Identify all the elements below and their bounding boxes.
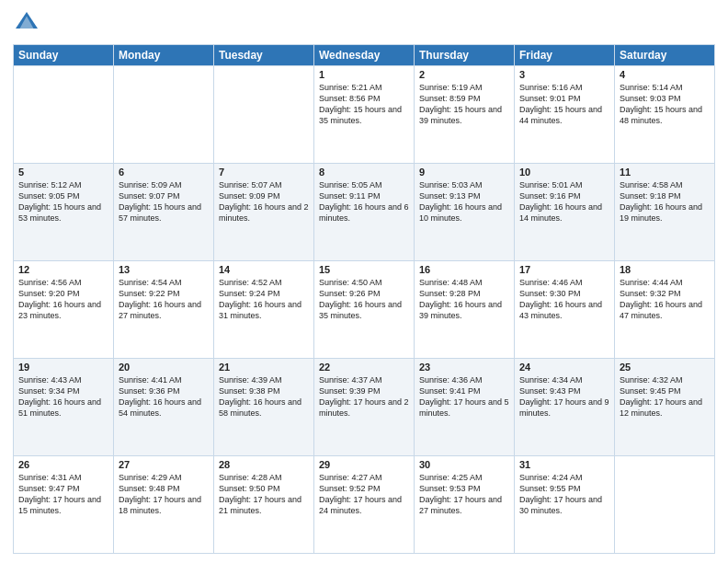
col-header-thursday: Thursday: [415, 45, 515, 66]
day-number: 3: [519, 69, 609, 80]
day-cell-10: 10Sunrise: 5:01 AM Sunset: 9:16 PM Dayli…: [515, 164, 615, 261]
day-cell-22: 22Sunrise: 4:37 AM Sunset: 9:39 PM Dayli…: [314, 359, 415, 456]
day-info: Sunrise: 4:28 AM Sunset: 9:50 PM Dayligh…: [219, 472, 309, 517]
day-info: Sunrise: 4:29 AM Sunset: 9:48 PM Dayligh…: [119, 472, 209, 517]
day-cell-9: 9Sunrise: 5:03 AM Sunset: 9:13 PM Daylig…: [415, 164, 515, 261]
day-cell-23: 23Sunrise: 4:36 AM Sunset: 9:41 PM Dayli…: [415, 359, 515, 456]
day-info: Sunrise: 5:09 AM Sunset: 9:07 PM Dayligh…: [119, 179, 209, 224]
day-number: 9: [419, 167, 509, 178]
day-info: Sunrise: 5:03 AM Sunset: 9:13 PM Dayligh…: [419, 179, 509, 224]
day-cell-7: 7Sunrise: 5:07 AM Sunset: 9:09 PM Daylig…: [214, 164, 314, 261]
day-info: Sunrise: 4:50 AM Sunset: 9:26 PM Dayligh…: [319, 277, 409, 322]
day-number: 16: [419, 264, 509, 275]
day-info: Sunrise: 4:27 AM Sunset: 9:52 PM Dayligh…: [319, 472, 409, 517]
day-number: 13: [119, 264, 209, 275]
col-header-monday: Monday: [114, 45, 214, 66]
page: SundayMondayTuesdayWednesdayThursdayFrid…: [0, 0, 728, 563]
day-info: Sunrise: 4:36 AM Sunset: 9:41 PM Dayligh…: [419, 374, 509, 419]
day-info: Sunrise: 5:14 AM Sunset: 9:03 PM Dayligh…: [620, 82, 710, 127]
header-row: SundayMondayTuesdayWednesdayThursdayFrid…: [14, 45, 715, 66]
empty-cell: [114, 66, 214, 164]
week-row-3: 12Sunrise: 4:56 AM Sunset: 9:20 PM Dayli…: [14, 261, 715, 359]
col-header-sunday: Sunday: [14, 45, 114, 66]
day-cell-26: 26Sunrise: 4:31 AM Sunset: 9:47 PM Dayli…: [14, 456, 114, 554]
logo: [13, 9, 44, 37]
day-number: 8: [319, 167, 409, 178]
day-info: Sunrise: 4:39 AM Sunset: 9:38 PM Dayligh…: [219, 374, 309, 419]
day-info: Sunrise: 4:46 AM Sunset: 9:30 PM Dayligh…: [519, 277, 609, 322]
day-info: Sunrise: 4:34 AM Sunset: 9:43 PM Dayligh…: [519, 374, 609, 419]
day-info: Sunrise: 4:37 AM Sunset: 9:39 PM Dayligh…: [319, 374, 409, 419]
empty-cell: [214, 66, 314, 164]
empty-cell: [14, 66, 114, 164]
calendar-table: SundayMondayTuesdayWednesdayThursdayFrid…: [13, 44, 715, 554]
day-number: 30: [419, 459, 509, 470]
day-info: Sunrise: 4:44 AM Sunset: 9:32 PM Dayligh…: [620, 277, 710, 322]
day-info: Sunrise: 5:16 AM Sunset: 9:01 PM Dayligh…: [519, 82, 609, 127]
day-info: Sunrise: 5:05 AM Sunset: 9:11 PM Dayligh…: [319, 179, 409, 224]
day-number: 12: [18, 264, 108, 275]
day-cell-3: 3Sunrise: 5:16 AM Sunset: 9:01 PM Daylig…: [515, 66, 615, 164]
day-cell-28: 28Sunrise: 4:28 AM Sunset: 9:50 PM Dayli…: [214, 456, 314, 554]
day-number: 31: [519, 459, 609, 470]
day-cell-17: 17Sunrise: 4:46 AM Sunset: 9:30 PM Dayli…: [515, 261, 615, 359]
day-info: Sunrise: 4:58 AM Sunset: 9:18 PM Dayligh…: [620, 179, 710, 224]
day-cell-4: 4Sunrise: 5:14 AM Sunset: 9:03 PM Daylig…: [615, 66, 715, 164]
day-cell-1: 1Sunrise: 5:21 AM Sunset: 8:56 PM Daylig…: [314, 66, 415, 164]
day-info: Sunrise: 5:21 AM Sunset: 8:56 PM Dayligh…: [319, 82, 409, 127]
day-number: 23: [419, 362, 509, 373]
day-cell-19: 19Sunrise: 4:43 AM Sunset: 9:34 PM Dayli…: [14, 359, 114, 456]
day-cell-29: 29Sunrise: 4:27 AM Sunset: 9:52 PM Dayli…: [314, 456, 415, 554]
day-info: Sunrise: 4:24 AM Sunset: 9:55 PM Dayligh…: [519, 472, 609, 517]
day-number: 27: [119, 459, 209, 470]
day-cell-12: 12Sunrise: 4:56 AM Sunset: 9:20 PM Dayli…: [14, 261, 114, 359]
day-cell-30: 30Sunrise: 4:25 AM Sunset: 9:53 PM Dayli…: [415, 456, 515, 554]
col-header-tuesday: Tuesday: [214, 45, 314, 66]
day-cell-20: 20Sunrise: 4:41 AM Sunset: 9:36 PM Dayli…: [114, 359, 214, 456]
day-number: 18: [620, 264, 710, 275]
day-cell-25: 25Sunrise: 4:32 AM Sunset: 9:45 PM Dayli…: [615, 359, 715, 456]
day-cell-2: 2Sunrise: 5:19 AM Sunset: 8:59 PM Daylig…: [415, 66, 515, 164]
day-info: Sunrise: 5:12 AM Sunset: 9:05 PM Dayligh…: [18, 179, 108, 224]
day-cell-31: 31Sunrise: 4:24 AM Sunset: 9:55 PM Dayli…: [515, 456, 615, 554]
day-number: 22: [319, 362, 409, 373]
day-number: 10: [519, 167, 609, 178]
day-info: Sunrise: 5:07 AM Sunset: 9:09 PM Dayligh…: [219, 179, 309, 224]
day-number: 15: [319, 264, 409, 275]
day-number: 7: [219, 167, 309, 178]
col-header-saturday: Saturday: [615, 45, 715, 66]
day-number: 5: [18, 167, 108, 178]
day-number: 29: [319, 459, 409, 470]
day-info: Sunrise: 5:19 AM Sunset: 8:59 PM Dayligh…: [419, 82, 509, 127]
day-number: 17: [519, 264, 609, 275]
day-cell-16: 16Sunrise: 4:48 AM Sunset: 9:28 PM Dayli…: [415, 261, 515, 359]
day-cell-8: 8Sunrise: 5:05 AM Sunset: 9:11 PM Daylig…: [314, 164, 415, 261]
day-cell-14: 14Sunrise: 4:52 AM Sunset: 9:24 PM Dayli…: [214, 261, 314, 359]
week-row-2: 5Sunrise: 5:12 AM Sunset: 9:05 PM Daylig…: [14, 164, 715, 261]
day-number: 20: [119, 362, 209, 373]
day-number: 11: [620, 167, 710, 178]
col-header-wednesday: Wednesday: [314, 45, 415, 66]
day-info: Sunrise: 4:52 AM Sunset: 9:24 PM Dayligh…: [219, 277, 309, 322]
week-row-4: 19Sunrise: 4:43 AM Sunset: 9:34 PM Dayli…: [14, 359, 715, 456]
day-number: 4: [620, 69, 710, 80]
day-info: Sunrise: 4:25 AM Sunset: 9:53 PM Dayligh…: [419, 472, 509, 517]
day-cell-18: 18Sunrise: 4:44 AM Sunset: 9:32 PM Dayli…: [615, 261, 715, 359]
day-number: 26: [18, 459, 108, 470]
week-row-5: 26Sunrise: 4:31 AM Sunset: 9:47 PM Dayli…: [14, 456, 715, 554]
day-cell-24: 24Sunrise: 4:34 AM Sunset: 9:43 PM Dayli…: [515, 359, 615, 456]
day-cell-6: 6Sunrise: 5:09 AM Sunset: 9:07 PM Daylig…: [114, 164, 214, 261]
day-cell-5: 5Sunrise: 5:12 AM Sunset: 9:05 PM Daylig…: [14, 164, 114, 261]
day-info: Sunrise: 4:54 AM Sunset: 9:22 PM Dayligh…: [119, 277, 209, 322]
day-cell-11: 11Sunrise: 4:58 AM Sunset: 9:18 PM Dayli…: [615, 164, 715, 261]
day-number: 28: [219, 459, 309, 470]
day-info: Sunrise: 4:43 AM Sunset: 9:34 PM Dayligh…: [18, 374, 108, 419]
day-number: 19: [18, 362, 108, 373]
day-number: 6: [119, 167, 209, 178]
day-cell-13: 13Sunrise: 4:54 AM Sunset: 9:22 PM Dayli…: [114, 261, 214, 359]
day-number: 21: [219, 362, 309, 373]
logo-icon: [13, 9, 40, 37]
day-cell-27: 27Sunrise: 4:29 AM Sunset: 9:48 PM Dayli…: [114, 456, 214, 554]
day-info: Sunrise: 4:41 AM Sunset: 9:36 PM Dayligh…: [119, 374, 209, 419]
header: [13, 9, 715, 37]
